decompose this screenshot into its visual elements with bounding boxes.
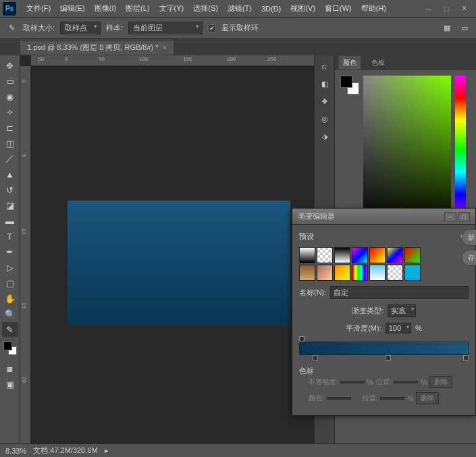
menu-type[interactable]: 文字(Y) (155, 3, 189, 14)
preset-swatch[interactable] (334, 247, 350, 263)
history-brush-tool[interactable]: ↺ (2, 182, 18, 197)
tab-close-icon[interactable]: × (163, 43, 167, 51)
show-ring-checkbox[interactable]: ✔ (208, 24, 216, 32)
layers-panel-icon[interactable]: ❖ (318, 95, 332, 108)
minimize-icon[interactable]: ─ (425, 5, 433, 13)
channels-panel-icon[interactable]: ◎ (318, 112, 332, 126)
preset-swatch[interactable] (299, 265, 315, 281)
workspace-icon[interactable]: ▦ (441, 22, 453, 34)
dialog-min-icon[interactable]: ─ (444, 212, 456, 221)
swatches-panel-tab[interactable]: 色板 (367, 56, 389, 70)
preset-swatch[interactable] (387, 265, 403, 281)
percent-label: % (415, 324, 422, 332)
doc-info: 文档:47.2M/320.6M (33, 446, 97, 456)
type-dropdown[interactable]: 实底 (388, 304, 416, 317)
path-tool[interactable]: ▷ (2, 260, 18, 275)
preset-swatch[interactable] (352, 247, 368, 263)
history-panel-icon[interactable]: ⎌ (318, 59, 332, 73)
pen-tool[interactable]: ✒ (2, 244, 18, 259)
hand-tool[interactable]: ✋ (2, 291, 18, 306)
preset-swatch[interactable] (334, 265, 350, 281)
color-swatch-input[interactable] (327, 397, 351, 400)
menu-view[interactable]: 视图(V) (286, 3, 320, 14)
panel-fg-bg-swatch[interactable] (340, 76, 359, 95)
stops-label: 色标 (299, 367, 314, 375)
screenmode-icon[interactable]: ▣ (2, 377, 18, 392)
document-tab[interactable]: 1.psd @ 8.33% (图层 0 拷贝, RGB/8#) * × (20, 41, 174, 55)
dialog-titlebar[interactable]: 渐变编辑器 ─ □ (292, 209, 475, 225)
type-label: 渐变类型: (352, 306, 384, 316)
maximize-icon[interactable]: □ (442, 5, 450, 13)
preset-swatch[interactable] (404, 247, 421, 263)
eraser-tool[interactable]: ◪ (2, 198, 18, 213)
color-stop[interactable] (463, 355, 469, 360)
menu-help[interactable]: 帮助(H) (356, 3, 391, 14)
app-logo: Ps (3, 2, 16, 16)
menu-edit[interactable]: 编辑(E) (55, 3, 90, 14)
delete-button[interactable]: 删除 (416, 392, 439, 404)
close-icon[interactable]: ✕ (460, 5, 468, 13)
properties-panel-icon[interactable]: ◧ (318, 77, 332, 90)
info-chevron-icon[interactable]: ▸ (105, 446, 109, 455)
sample-layer-dropdown[interactable]: 当前图层 (128, 22, 203, 34)
move-tool[interactable]: ✥ (2, 58, 18, 73)
paths-panel-icon[interactable]: ⬗ (318, 130, 332, 143)
stamp-tool[interactable]: ▲ (2, 167, 18, 182)
marquee-tool[interactable]: ▭ (2, 74, 18, 88)
preset-swatch[interactable] (352, 265, 368, 281)
dialog-max-icon[interactable]: □ (458, 212, 470, 221)
preset-swatch[interactable] (317, 265, 333, 281)
menu-3d[interactable]: 3D(D) (257, 5, 286, 13)
show-ring-label: 显示取样环 (221, 23, 259, 33)
preset-swatch[interactable] (317, 247, 333, 263)
color-stop[interactable] (386, 355, 391, 360)
hue-slider[interactable] (455, 76, 466, 224)
delete-button[interactable]: 删除 (429, 376, 452, 388)
search-icon[interactable]: ▭ (458, 22, 471, 34)
menu-filter[interactable]: 滤镜(T) (223, 3, 257, 14)
shape-tool[interactable]: ▢ (2, 275, 18, 290)
menu-file[interactable]: 文件(F) (22, 3, 55, 14)
color-label: 颜色: (309, 394, 324, 403)
smoothness-input[interactable]: 100 (386, 323, 411, 333)
lasso-tool[interactable]: ◉ (2, 89, 18, 104)
menu-window[interactable]: 窗口(W) (320, 3, 356, 14)
preset-swatch[interactable] (387, 247, 403, 263)
smoothness-label: 平滑度(M): (346, 323, 381, 333)
options-bar: ✎ 取样大小: 取样点 样本: 当前图层 ✔ 显示取样环 ▦ ▭ (0, 18, 476, 39)
sample-size-dropdown[interactable]: 取样点 (60, 22, 101, 34)
position-input[interactable] (380, 397, 404, 400)
quickmask-icon[interactable]: ◙ (2, 361, 18, 376)
eyedropper-tool[interactable]: ✎ (2, 322, 18, 337)
canvas-area[interactable]: 50 0 50 100 150 200 250 0 5 10 15 20 (20, 55, 314, 452)
type-tool[interactable]: T (2, 229, 18, 244)
position-label: 位置: (376, 377, 392, 387)
position-input[interactable] (394, 381, 418, 383)
opacity-input[interactable] (340, 381, 365, 383)
opacity-stop[interactable] (299, 336, 305, 342)
menu-layer[interactable]: 图层(L) (121, 3, 154, 14)
new-button[interactable]: 新 (462, 230, 476, 246)
menu-select[interactable]: 选择(S) (188, 3, 223, 14)
frame-tool[interactable]: ◫ (2, 136, 18, 151)
gradient-bar[interactable] (299, 342, 469, 355)
color-field[interactable] (363, 76, 451, 224)
preset-swatch[interactable] (404, 265, 421, 281)
name-input[interactable]: 自定 (330, 286, 469, 299)
preset-swatch[interactable] (299, 247, 315, 263)
color-stop[interactable] (313, 355, 318, 360)
color-panel-tab[interactable]: 颜色 (339, 56, 361, 70)
brush-tool[interactable]: ／ (2, 151, 18, 166)
wand-tool[interactable]: ✧ (2, 105, 18, 119)
crop-tool[interactable]: ⊏ (2, 120, 18, 135)
fg-bg-swatch[interactable] (3, 342, 17, 355)
gradient-tool[interactable]: ▬ (2, 213, 18, 228)
zoom-tool[interactable]: 🔍 (2, 306, 18, 321)
presets-label: 预设 (299, 232, 314, 242)
menu-image[interactable]: 图像(I) (90, 3, 121, 14)
save-button[interactable]: 存 (462, 250, 476, 266)
preset-swatch[interactable] (369, 247, 386, 263)
preset-swatch[interactable] (369, 265, 386, 281)
zoom-level[interactable]: 8.33% (5, 447, 26, 455)
eyedropper-icon: ✎ (5, 22, 18, 34)
